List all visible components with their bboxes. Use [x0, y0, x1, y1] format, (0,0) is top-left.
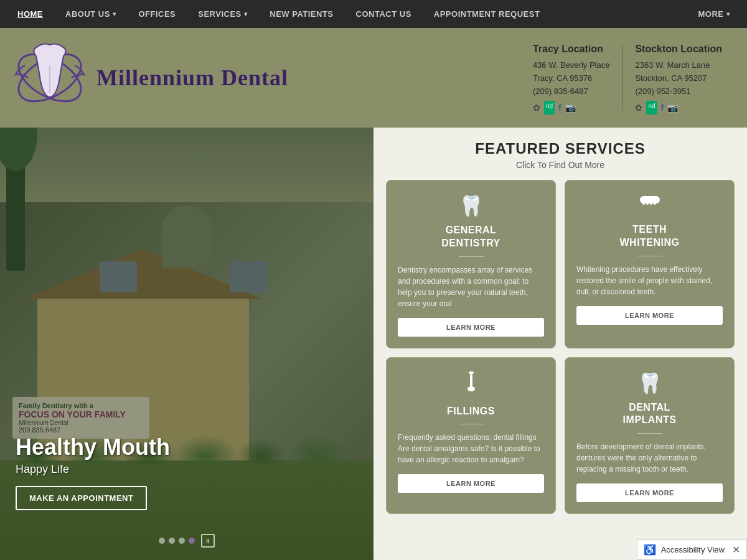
fillings-desc: Frequently asked questions: dental filli… [398, 432, 544, 465]
nextdoor-icon-2[interactable]: nd [646, 101, 657, 114]
teeth-whitening-name: TEETHWHITENING [619, 223, 679, 250]
hero-section: Family Dentistry with a FOCUS ON YOUR FA… [0, 128, 374, 560]
dental-implants-icon: 🦷 [637, 371, 662, 395]
svg-rect-5 [646, 200, 649, 205]
service-card-dental-implants[interactable]: 🦷 DENTALIMPLANTS Before development of d… [565, 357, 735, 515]
nav-offices[interactable]: OFFICES [127, 0, 187, 28]
fillings-icon [463, 371, 480, 399]
logo-icon [12, 37, 87, 118]
dental-implants-learn-more[interactable]: LEARN MORE [576, 483, 723, 502]
dental-implants-name: DENTALIMPLANTS [623, 401, 677, 427]
fillings-learn-more[interactable]: LEARN MORE [398, 474, 544, 493]
nextdoor-icon[interactable]: nd [544, 101, 555, 114]
general-dentistry-desc: Dentistry encompasses array of services … [398, 264, 544, 309]
tracy-phone: (209) 835-6487 [533, 85, 610, 98]
slide-dot-4[interactable] [189, 538, 195, 544]
nav-services[interactable]: SERVICES ▾ [187, 0, 258, 28]
teeth-whitening-desc: Whitening procedures have effectively re… [576, 264, 723, 297]
service-card-general-dentistry[interactable]: 🦷 GENERALDENTISTRY Dentistry encompasses… [386, 180, 556, 348]
instagram-icon-2[interactable]: 📷 [667, 101, 678, 114]
service-card-fillings[interactable]: FILLINGS Frequently asked questions: den… [386, 357, 556, 515]
pause-button[interactable] [201, 534, 215, 548]
service-card-teeth-whitening[interactable]: TEETHWHITENING Whitening procedures have… [565, 180, 735, 348]
nav-appointment[interactable]: APPOINTMENT REQUEST [423, 0, 552, 28]
stockton-address: 2363 W. March Lane [635, 59, 722, 72]
site-header: Millennium Dental Tracy Location 436 W. … [0, 28, 747, 128]
hero-text-block: Healthy Mouth Happy Life MAKE AN APPOINT… [16, 434, 170, 510]
general-dentistry-icon: 🦷 [459, 194, 484, 218]
instagram-icon[interactable]: 📷 [565, 101, 576, 114]
locations: Tracy Location 436 W. Beverly Place Trac… [520, 35, 735, 121]
featured-subtitle: Click To Find Out More [386, 160, 735, 170]
slider-controls [159, 534, 215, 548]
stockton-location: Stockton Location 2363 W. March Lane Sto… [622, 35, 735, 121]
stockton-title: Stockton Location [635, 41, 722, 57]
stockton-city: Stockton, CA 95207 [635, 72, 722, 85]
logo-area: Millennium Dental [12, 37, 520, 118]
svg-rect-7 [654, 200, 656, 205]
accessibility-bar: ♿ Accessibility View ✕ [637, 539, 747, 560]
divider [459, 256, 484, 257]
nav-new-patients[interactable]: NEW PATIENTS [258, 0, 344, 28]
fillings-name: FILLINGS [447, 405, 495, 418]
stockton-social-icons: ✿ nd f 📷 [635, 101, 722, 114]
close-icon[interactable]: ✕ [732, 544, 740, 556]
general-dentistry-name: GENERALDENTISTRY [441, 224, 500, 250]
divider [637, 433, 662, 434]
teeth-whitening-icon [639, 194, 661, 217]
nav-contact[interactable]: CONTACT US [345, 0, 423, 28]
tracy-social-icons: ✿ nd f 📷 [533, 101, 610, 114]
facebook-icon-2[interactable]: f [661, 101, 664, 114]
chevron-down-icon: ▾ [726, 11, 730, 17]
svg-rect-6 [650, 200, 652, 205]
divider [459, 424, 484, 424]
accessibility-icon: ♿ [644, 544, 656, 556]
svg-point-10 [467, 386, 475, 391]
chevron-down-icon: ▾ [113, 11, 116, 17]
nav-home[interactable]: HOME [6, 0, 54, 28]
tracy-city: Tracy, CA 95376 [533, 72, 610, 85]
chevron-down-icon: ▾ [244, 11, 248, 17]
hero-title: Healthy Mouth [16, 434, 170, 460]
hero-subtitle: Happy Life [16, 463, 170, 476]
accessibility-label[interactable]: Accessibility View [661, 545, 725, 554]
nav-more[interactable]: MORE ▾ [687, 0, 741, 28]
yelp-icon[interactable]: ✿ [533, 101, 540, 114]
featured-title: FEATURED SERVICES [386, 140, 735, 157]
tracy-title: Tracy Location [533, 41, 610, 57]
svg-rect-8 [469, 371, 474, 374]
divider [637, 256, 662, 256]
make-appointment-button[interactable]: MAKE AN APPOINTMENT [16, 486, 147, 510]
brand-name: Millennium Dental [96, 65, 288, 91]
dental-implants-desc: Before development of dental implants, d… [576, 441, 723, 475]
stockton-phone: (209) 952-3951 [635, 85, 722, 98]
svg-rect-9 [470, 374, 472, 388]
main-content: Family Dentistry with a FOCUS ON YOUR FA… [0, 128, 747, 560]
featured-services-panel: FEATURED SERVICES Click To Find Out More… [374, 128, 747, 560]
slide-dot-2[interactable] [169, 538, 175, 544]
facebook-icon[interactable]: f [558, 101, 561, 114]
slide-dot-1[interactable] [159, 538, 165, 544]
general-dentistry-learn-more[interactable]: LEARN MORE [398, 318, 544, 337]
yelp-icon-2[interactable]: ✿ [635, 101, 642, 114]
svg-rect-4 [642, 200, 645, 205]
nav-about[interactable]: ABOUT US ▾ [54, 0, 127, 28]
navigation: HOME ABOUT US ▾ OFFICES SERVICES ▾ NEW P… [0, 0, 747, 28]
services-grid: 🦷 GENERALDENTISTRY Dentistry encompasses… [386, 180, 735, 514]
tracy-location: Tracy Location 436 W. Beverly Place Trac… [520, 35, 622, 121]
tracy-address: 436 W. Beverly Place [533, 59, 610, 72]
slide-dot-3[interactable] [179, 538, 185, 544]
teeth-whitening-learn-more[interactable]: LEARN MORE [576, 306, 723, 325]
